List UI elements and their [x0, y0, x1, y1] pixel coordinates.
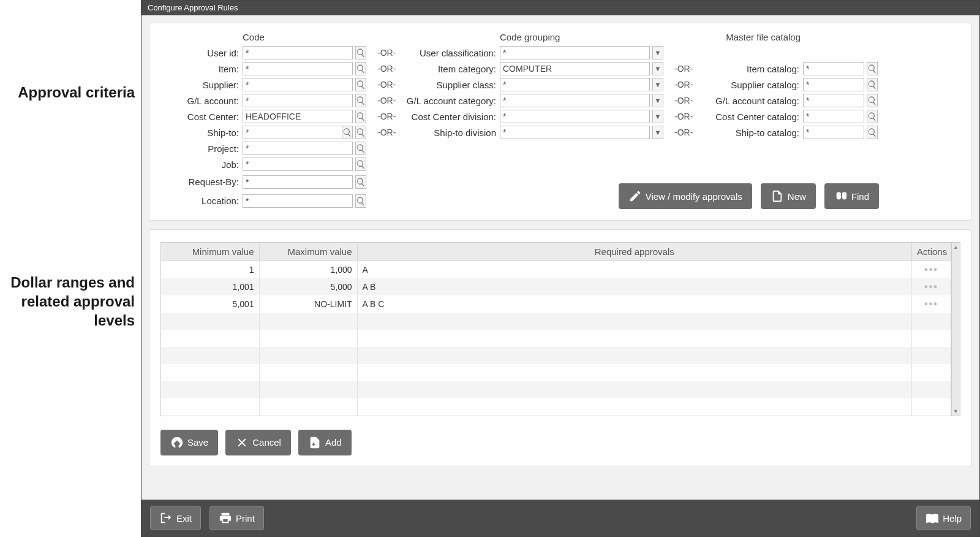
view-modify-approvals-button[interactable]: View / modify approvals [619, 183, 752, 209]
levels-panel: Minimum value Maximum value Required app… [149, 229, 972, 467]
header-code: Code [243, 32, 353, 44]
table-row[interactable] [161, 398, 951, 416]
row-actions-icon[interactable]: ••• [924, 281, 938, 292]
input-supplier-catalog[interactable] [803, 78, 864, 91]
binoculars-icon [834, 189, 848, 203]
input-cost-catalog[interactable] [803, 110, 864, 123]
print-button[interactable]: Print [209, 506, 264, 530]
help-icon [925, 511, 939, 525]
dropdown-item-category[interactable]: ▼ [652, 62, 663, 75]
save-icon [170, 436, 184, 449]
table-row[interactable] [161, 381, 951, 398]
cell-min: 1 [161, 261, 259, 278]
content-area: Code Code grouping Master file catalog U… [141, 15, 979, 500]
cell-min: 1,001 [161, 278, 259, 295]
input-ship-division[interactable] [500, 126, 650, 139]
lookup-user-id[interactable] [355, 46, 366, 59]
or-text: -OR- [370, 96, 403, 105]
input-gl-catalog[interactable] [803, 94, 864, 107]
label-gl-catalog: G/L account catalog: [703, 96, 801, 106]
input-gl-account[interactable] [243, 94, 353, 107]
lookup-item-catalog[interactable] [867, 62, 878, 75]
label-user-id: User id: [160, 48, 240, 58]
or-text: -OR- [667, 64, 700, 74]
lookup-cost-center[interactable] [355, 110, 366, 123]
cancel-button[interactable]: Cancel [225, 430, 291, 455]
table-row[interactable] [161, 330, 951, 347]
scrollbar[interactable] [951, 243, 960, 416]
lookup-supplier-catalog[interactable] [867, 78, 878, 91]
input-item[interactable] [243, 62, 353, 75]
dropdown-supplier-class[interactable]: ▼ [652, 78, 663, 91]
column-required: Required approvals [357, 243, 912, 261]
label-request-by: Request-By: [160, 177, 240, 187]
find-button[interactable]: Find [824, 183, 879, 209]
input-ship-to[interactable] [243, 126, 342, 139]
or-text: -OR- [370, 128, 403, 137]
help-button[interactable]: Help [916, 506, 971, 530]
lookup-location[interactable] [355, 194, 366, 208]
table-row[interactable]: 11,000A••• [161, 261, 951, 278]
row-actions-icon[interactable]: ••• [924, 299, 938, 309]
print-label: Print [236, 513, 255, 524]
or-text: -OR- [370, 48, 403, 58]
find-label: Find [851, 191, 869, 202]
input-job[interactable] [243, 158, 353, 171]
table-row[interactable] [161, 313, 951, 330]
input-project[interactable] [243, 142, 353, 155]
lookup-ship-catalog[interactable] [867, 126, 878, 139]
lookup-gl-catalog[interactable] [867, 94, 878, 107]
input-cost-division[interactable] [500, 110, 650, 123]
or-text: -OR- [667, 80, 700, 90]
lookup-job[interactable] [355, 158, 366, 171]
table-row[interactable] [161, 347, 951, 364]
window-title: Configure Approval Rules [141, 1, 979, 15]
or-text: -OR- [370, 64, 403, 74]
lookup-project[interactable] [355, 142, 366, 155]
input-location[interactable] [243, 194, 353, 208]
table-row[interactable] [161, 364, 951, 381]
input-request-by[interactable] [243, 175, 353, 189]
exit-button[interactable]: Exit [150, 506, 201, 530]
input-user-class[interactable] [500, 46, 650, 59]
table-row[interactable]: 5,001NO-LIMITA B C••• [161, 295, 951, 313]
add-button[interactable]: Add [298, 430, 352, 455]
input-supplier-class[interactable] [500, 78, 650, 91]
lookup-ship-to-1[interactable] [342, 126, 353, 139]
input-item-category[interactable] [500, 62, 650, 75]
table-row[interactable]: 1,0015,000A B••• [161, 278, 951, 295]
label-user-class: User classification: [405, 48, 497, 58]
label-supplier: Supplier: [160, 80, 240, 90]
callout-dollar-ranges: Dollar ranges and related approval level… [6, 273, 135, 330]
input-supplier[interactable] [243, 78, 353, 91]
label-gl-category: G/L account category: [405, 96, 497, 106]
lookup-ship-to-2[interactable] [355, 126, 366, 139]
app-window: Configure Approval Rules Code Code group… [141, 0, 980, 537]
save-button[interactable]: Save [160, 430, 218, 455]
input-gl-category[interactable] [500, 94, 650, 107]
cell-max: 1,000 [259, 261, 357, 278]
dropdown-cost-division[interactable]: ▼ [652, 110, 663, 123]
input-ship-catalog[interactable] [803, 126, 864, 139]
edit-icon [628, 189, 642, 203]
input-cost-center[interactable] [243, 110, 353, 123]
lookup-request-by[interactable] [355, 175, 366, 189]
input-user-id[interactable] [243, 46, 353, 59]
row-actions-icon[interactable]: ••• [924, 264, 938, 275]
dropdown-ship-division[interactable]: ▼ [652, 126, 663, 139]
new-button[interactable]: New [761, 183, 816, 209]
print-icon [219, 511, 232, 525]
lookup-item[interactable] [355, 62, 366, 75]
exit-icon [159, 511, 173, 525]
save-label: Save [187, 437, 208, 448]
input-item-catalog[interactable] [803, 62, 864, 75]
column-min: Minimum value [161, 243, 259, 261]
lookup-gl-account[interactable] [355, 94, 366, 107]
or-text: -OR- [667, 112, 700, 121]
view-modify-approvals-label: View / modify approvals [646, 191, 742, 202]
dropdown-gl-category[interactable]: ▼ [652, 94, 663, 107]
label-supplier-class: Supplier class: [405, 80, 497, 90]
lookup-cost-catalog[interactable] [867, 110, 878, 123]
dropdown-user-class[interactable]: ▼ [652, 46, 663, 59]
lookup-supplier[interactable] [355, 78, 366, 91]
